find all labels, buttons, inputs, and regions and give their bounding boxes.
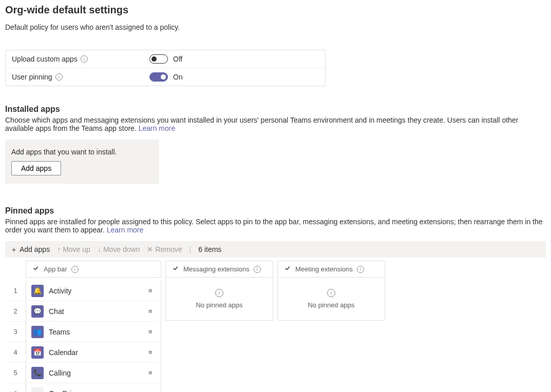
info-icon[interactable]: i — [81, 55, 88, 63]
toolbar-move-down[interactable]: ↓ Move down — [98, 245, 140, 253]
app-bar-header: App bar i — [26, 261, 161, 278]
toolbar-remove[interactable]: ✕ Remove — [147, 245, 182, 253]
no-pinned-apps-text: No pinned apps — [171, 301, 268, 309]
upload-custom-apps-row: Upload custom apps i Off — [6, 50, 325, 68]
check-icon[interactable] — [32, 266, 40, 273]
pinned-apps-desc-text: Pinned apps are installed for people ass… — [5, 218, 543, 234]
app-row[interactable]: 🔔Activity≡ — [26, 281, 161, 301]
meeting-extensions-column: Meeting extensions i i No pinned apps — [277, 261, 385, 321]
info-icon: i — [327, 289, 335, 297]
upload-custom-apps-label: Upload custom apps — [12, 55, 78, 63]
drag-handle-icon[interactable]: ≡ — [148, 287, 156, 295]
app-bar-header-label: App bar — [44, 265, 67, 273]
user-pinning-label: User pinning — [12, 73, 52, 81]
pinned-apps-toolbar: ＋ Add apps ↑ Move up ↓ Move down ✕ Remov… — [5, 241, 546, 258]
app-row[interactable]: 💬Chat≡ — [26, 301, 161, 322]
upload-custom-apps-toggle[interactable] — [149, 54, 168, 64]
page-title: Org-wide default settings — [5, 4, 546, 16]
pinned-columns-wrap: App bar i 123456 🔔Activity≡💬Chat≡👥Teams≡… — [5, 261, 546, 392]
check-icon[interactable] — [284, 266, 291, 273]
drag-handle-icon[interactable]: ≡ — [148, 348, 156, 356]
app-name-label: Teams — [49, 328, 143, 336]
toolbar-move-down-label: Move down — [103, 245, 140, 253]
toolbar-remove-label: Remove — [155, 245, 182, 253]
upload-custom-apps-state: Off — [173, 55, 182, 63]
arrow-up-icon: ↑ — [57, 246, 61, 253]
toolbar-add-apps[interactable]: ＋ Add apps — [10, 245, 50, 253]
app-name-label: OneDrive — [49, 389, 143, 392]
app-icon: 👥 — [31, 326, 44, 338]
pinned-apps-title: Pinned apps — [5, 206, 546, 215]
no-pinned-apps-text: No pinned apps — [283, 301, 379, 309]
page-description: Default policy for users who aren't assi… — [5, 23, 546, 31]
drag-handle-icon[interactable]: ≡ — [148, 390, 156, 393]
meeting-header-label: Meeting extensions — [295, 265, 353, 273]
messaging-empty-body: i No pinned apps — [166, 278, 273, 320]
close-icon: ✕ — [147, 246, 153, 253]
row-index: 6 — [5, 383, 26, 392]
info-icon[interactable]: i — [254, 266, 261, 273]
installed-learn-more-link[interactable]: Learn more — [139, 124, 176, 132]
app-bar-list: 🔔Activity≡💬Chat≡👥Teams≡📅Calendar≡📞Callin… — [26, 281, 161, 392]
row-index: 1 — [5, 281, 26, 301]
installed-apps-description: Choose which apps and messaging extensio… — [5, 116, 546, 132]
index-column: 123456 — [5, 278, 26, 392]
info-icon[interactable]: i — [55, 73, 63, 81]
app-bar-column: App bar i 123456 🔔Activity≡💬Chat≡👥Teams≡… — [5, 261, 161, 392]
add-apps-button[interactable]: Add apps — [11, 161, 61, 175]
row-index: 5 — [5, 363, 26, 383]
app-name-label: Calling — [49, 369, 143, 377]
row-index: 4 — [5, 342, 26, 363]
info-icon[interactable]: i — [71, 266, 79, 273]
meeting-empty-body: i No pinned apps — [278, 278, 385, 320]
check-icon[interactable] — [172, 266, 179, 273]
app-row[interactable]: 👥Teams≡ — [26, 322, 161, 342]
meeting-extensions-header: Meeting extensions i — [278, 261, 385, 278]
row-index: 2 — [5, 301, 26, 322]
toolbar-move-up[interactable]: ↑ Move up — [57, 245, 90, 253]
user-pinning-toggle[interactable] — [149, 72, 168, 82]
toolbar-add-apps-label: Add apps — [20, 245, 50, 253]
user-pinning-row: User pinning i On — [6, 68, 325, 86]
info-icon: i — [215, 289, 223, 297]
installed-apps-title: Installed apps — [5, 105, 546, 114]
pinned-apps-description: Pinned apps are installed for people ass… — [5, 218, 546, 234]
upload-custom-apps-label-wrap: Upload custom apps i — [12, 55, 149, 63]
app-row[interactable]: 📞Calling≡ — [26, 363, 161, 383]
toolbar-item-count: 6 items — [198, 245, 221, 253]
messaging-extensions-column: Messaging extensions i i No pinned apps — [165, 261, 273, 321]
app-name-label: Activity — [49, 287, 143, 295]
app-row[interactable]: ☁OneDrive≡ — [26, 383, 161, 392]
app-name-label: Chat — [49, 307, 143, 316]
toolbar-move-up-label: Move up — [63, 245, 90, 253]
app-icon: 💬 — [31, 305, 44, 318]
toolbar-separator: | — [189, 245, 192, 253]
app-bar-list-area: 123456 🔔Activity≡💬Chat≡👥Teams≡📅Calendar≡… — [5, 278, 161, 392]
plus-icon: ＋ — [10, 246, 17, 253]
install-box-text: Add apps that you want to install. — [11, 148, 153, 156]
user-pinning-state: On — [173, 73, 183, 81]
app-icon: 📅 — [31, 346, 44, 359]
drag-handle-icon[interactable]: ≡ — [148, 369, 156, 377]
installed-apps-desc-text: Choose which apps and messaging extensio… — [5, 116, 518, 132]
user-pinning-label-wrap: User pinning i — [12, 73, 149, 81]
row-index: 3 — [5, 322, 26, 342]
app-name-label: Calendar — [49, 348, 143, 357]
app-icon: ☁ — [31, 387, 44, 392]
arrow-down-icon: ↓ — [98, 246, 101, 253]
drag-handle-icon[interactable]: ≡ — [148, 328, 156, 336]
pinned-learn-more-link[interactable]: Learn more — [107, 226, 144, 234]
app-icon: 📞 — [31, 367, 44, 379]
messaging-header-label: Messaging extensions — [183, 265, 250, 273]
app-icon: 🔔 — [31, 285, 44, 297]
app-row[interactable]: 📅Calendar≡ — [26, 342, 161, 363]
install-apps-box: Add apps that you want to install. Add a… — [5, 140, 159, 184]
settings-toggle-panel: Upload custom apps i Off User pinning i … — [5, 50, 326, 86]
info-icon[interactable]: i — [357, 266, 364, 273]
messaging-extensions-header: Messaging extensions i — [166, 261, 273, 278]
drag-handle-icon[interactable]: ≡ — [148, 307, 156, 315]
